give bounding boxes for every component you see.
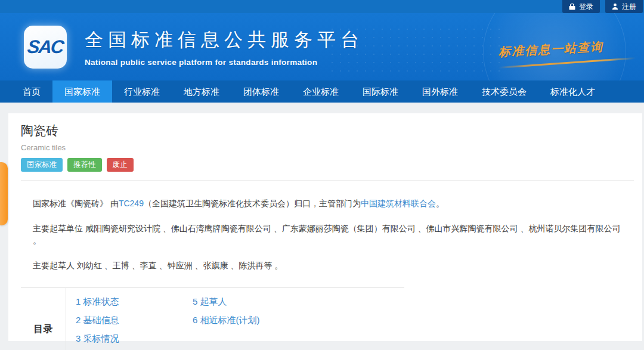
toc-label: 目录 <box>21 288 66 350</box>
sac-logo[interactable]: SAC <box>24 26 67 69</box>
toc-item-similar-standards[interactable]: 6 相近标准(计划) <box>193 311 260 329</box>
p1-middle: （全国建筑卫生陶瓷标准化技术委员会）归口，主管部门为 <box>144 199 361 208</box>
page-title: 陶瓷砖 <box>21 122 634 139</box>
side-panel-tab[interactable] <box>0 162 8 225</box>
p1-suffix: 。 <box>436 199 444 208</box>
toc-item-basic-info[interactable]: 2 基础信息 <box>76 311 193 329</box>
p1-prefix: 国家标准《陶瓷砖》 由 <box>33 199 119 208</box>
register-label: 注册 <box>622 2 636 12</box>
badge-recommended: 推荐性 <box>67 158 102 172</box>
toc-column-2: 5 起草人 6 相近标准(计划) <box>193 292 260 350</box>
nav-item-home[interactable]: 首页 <box>11 80 52 103</box>
toc-item-adoption-status[interactable]: 3 采标情况 <box>76 329 193 348</box>
page-subtitle-en: Ceramic tiles <box>21 143 634 152</box>
site-title-group: 全国标准信息公共服务平台 National public service pla… <box>85 27 364 67</box>
badge-national-standard: 国家标准 <box>21 158 63 172</box>
toc-item-standard-status[interactable]: 1 标准状态 <box>76 292 193 311</box>
site-header: SAC 全国标准信息公共服务平台 National public service… <box>0 13 644 80</box>
toc-item-drafting-units[interactable]: 4 起草单位 <box>76 348 193 350</box>
topbar: 登录 注册 <box>0 0 644 13</box>
toc-links: 1 标准状态 2 基础信息 3 采标情况 4 起草单位 5 起草人 6 相近标准… <box>66 288 404 350</box>
paragraph-drafters: 主要起草人 刘幼红 、王博 、李直 、钟应洲 、张旗康 、陈洪再等 。 <box>33 259 622 271</box>
toc-column-1: 1 标准状态 2 基础信息 3 采标情况 4 起草单位 <box>76 292 193 350</box>
cbmf-link[interactable]: 中国建筑材料联合会 <box>361 199 436 208</box>
login-label: 登录 <box>579 2 593 12</box>
nav-item-industry-standards[interactable]: 行业标准 <box>112 80 172 103</box>
nav-item-group-standards[interactable]: 团体标准 <box>231 80 291 103</box>
sac-logo-text: SAC <box>26 36 64 58</box>
nav-item-local-standards[interactable]: 地方标准 <box>172 80 231 103</box>
nav-item-standardization-talent[interactable]: 标准化人才 <box>538 80 607 103</box>
toc-section: 目录 1 标准状态 2 基础信息 3 采标情况 4 起草单位 5 起草人 6 相… <box>21 287 590 350</box>
register-button[interactable]: 注册 <box>605 0 643 13</box>
paragraph-committee: 国家标准《陶瓷砖》 由TC249（全国建筑卫生陶瓷标准化技术委员会）归口，主管部… <box>33 197 622 209</box>
nav-item-international-standards[interactable]: 国际标准 <box>351 80 410 103</box>
toc-box: 目录 1 标准状态 2 基础信息 3 采标情况 4 起草单位 5 起草人 6 相… <box>21 287 404 350</box>
toc-item-drafters[interactable]: 5 起草人 <box>193 292 260 311</box>
status-badges: 国家标准 推荐性 废止 <box>21 158 634 172</box>
nav-item-national-standards[interactable]: 国家标准 <box>52 80 112 103</box>
nav-item-enterprise-standards[interactable]: 企业标准 <box>291 80 351 103</box>
nav-item-technical-committees[interactable]: 技术委员会 <box>470 80 538 103</box>
tc249-link[interactable]: TC249 <box>119 199 144 208</box>
nav-item-foreign-standards[interactable]: 国外标准 <box>410 80 470 103</box>
badge-abolished: 废止 <box>107 158 134 172</box>
user-icon <box>612 3 618 10</box>
paragraph-drafting-units: 主要起草单位 咸阳陶瓷研究设计院 、佛山石湾鹰牌陶瓷有限公司 、广东蒙娜丽莎陶瓷… <box>33 222 622 246</box>
site-subtitle: National public service platform for sta… <box>85 58 364 67</box>
login-button[interactable]: 登录 <box>562 0 600 13</box>
slogan-wrap: 标准信息一站查询 <box>499 41 636 64</box>
summary-paragraphs: 国家标准《陶瓷砖》 由TC249（全国建筑卫生陶瓷标准化技术委员会）归口，主管部… <box>21 181 634 271</box>
main-nav: 首页 国家标准 行业标准 地方标准 团体标准 企业标准 国际标准 国外标准 技术… <box>0 80 644 103</box>
auth-buttons: 登录 注册 <box>562 0 643 13</box>
content-card: 陶瓷砖 Ceramic tiles 国家标准 推荐性 废止 国家标准《陶瓷砖》 … <box>8 113 642 341</box>
lock-icon <box>569 3 575 10</box>
slogan: 标准信息一站查询 <box>498 37 636 60</box>
site-title: 全国标准信息公共服务平台 <box>85 27 364 52</box>
